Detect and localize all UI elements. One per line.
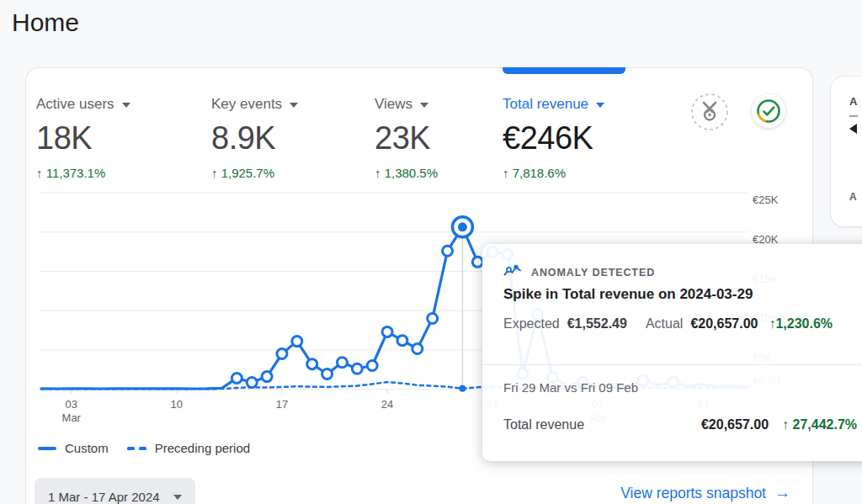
legend-solid-swatch (38, 447, 56, 450)
svg-text:€25K: €25K (753, 194, 779, 206)
metric-label: Total revenue (503, 96, 588, 113)
chevron-down-icon (596, 103, 604, 108)
anomaly-chart-icon (503, 264, 522, 280)
metric-value: €246K (503, 120, 604, 157)
metric-value: 8.9K (211, 120, 298, 157)
anomaly-title: Spike in Total revenue on 2024-03-29 (503, 286, 753, 303)
realtime-card-partial[interactable]: A A (830, 76, 862, 227)
tooltip-metric-label: Total revenue (503, 417, 584, 432)
chevron-down-icon (173, 495, 182, 500)
metric-label: Active users (36, 96, 114, 113)
tooltip-metric-value: €20,657.00 (701, 417, 769, 432)
chevron-down-icon (122, 103, 130, 108)
svg-text:10: 10 (171, 398, 183, 411)
side-card-footer-fragment: A (849, 191, 857, 203)
chevron-down-icon (420, 103, 428, 108)
expected-value: €1,552.49 (567, 316, 627, 332)
legend-label-custom: Custom (65, 441, 109, 455)
expected-label: Expected (503, 316, 560, 332)
actual-label: Actual (646, 316, 683, 332)
tooltip-divider (482, 364, 862, 365)
svg-text:03: 03 (66, 398, 77, 411)
carousel-active-tab-indicator (503, 67, 625, 74)
svg-text:Mar: Mar (62, 411, 82, 422)
metric-value: 18K (36, 120, 130, 157)
page-title: Home (12, 8, 79, 37)
date-range-label: 1 Mar - 17 Apr 2024 (48, 490, 160, 504)
view-reports-snapshot-link[interactable]: View reports snapshot → (620, 484, 790, 502)
tooltip-metric-row: Total revenue €20,657.00 ↑ 27,442.7% (503, 417, 857, 432)
side-card-dash (849, 115, 858, 117)
metric-label: Key events (211, 96, 282, 113)
svg-text:17: 17 (276, 398, 288, 411)
arrow-right-icon: → (774, 484, 790, 502)
medal-icon[interactable] (690, 93, 729, 131)
metric-label: Views (375, 96, 412, 113)
anomaly-badge-label: ANOMALY DETECTED (531, 267, 655, 279)
view-reports-label: View reports snapshot (620, 485, 766, 502)
legend-dashed-swatch (127, 447, 146, 450)
tooltip-metric-change: ↑ 27,442.7% (782, 417, 857, 432)
chart-legend: Custom Preceding period (38, 441, 250, 455)
check-circle-icon[interactable] (752, 94, 785, 128)
chevron-down-icon (290, 103, 298, 108)
metric-value: 23K (375, 120, 438, 157)
anomaly-expected-row: Expected €1,552.49 Actual €20,657.00 ↑1,… (503, 316, 833, 332)
comparison-dates: Fri 29 Mar vs Fri 09 Feb (503, 380, 638, 395)
date-range-picker[interactable]: 1 Mar - 17 Apr 2024 (35, 478, 195, 504)
svg-text:24: 24 (381, 398, 393, 411)
legend-label-preceding: Preceding period (155, 441, 250, 455)
anomaly-tooltip: ANOMALY DETECTED Spike in Total revenue … (482, 244, 862, 461)
anomaly-change: ↑1,230.6% (769, 316, 833, 332)
side-card-header-fragment: A (849, 95, 857, 108)
actual-value: €20,657.00 (690, 316, 758, 332)
side-card-value-fragment (849, 124, 857, 134)
